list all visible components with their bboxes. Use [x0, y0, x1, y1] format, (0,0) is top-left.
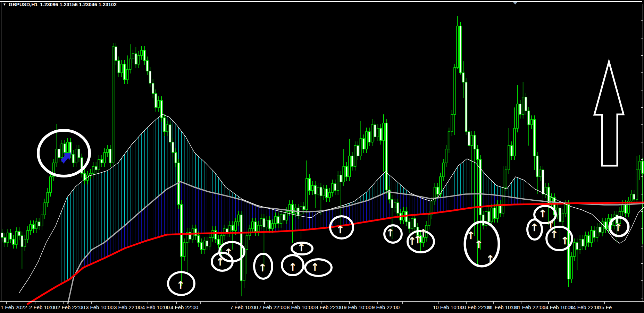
time-axis-label: 7 Feb 22:00: [259, 304, 286, 310]
scroll-to-end-marker[interactable]: [512, 1, 518, 5]
big-up-arrow-object[interactable]: [594, 62, 624, 166]
up-arrow-marker[interactable]: ↑: [613, 221, 622, 234]
up-arrow-marker[interactable]: ↑: [538, 208, 547, 220]
time-axis: 1 Feb 20222 Feb 10:002 Feb 22:003 Feb 10…: [0, 304, 644, 313]
candles-layer: [1, 16, 644, 296]
up-arrow-marker[interactable]: ↑: [560, 235, 569, 247]
time-axis-label: 8 Feb 22:00: [315, 304, 343, 310]
up-arrow-marker[interactable]: ↑: [550, 228, 558, 241]
time-axis-label: 10 Feb 22:00: [460, 304, 491, 310]
symbol-dropdown-icon[interactable]: ▼: [3, 2, 6, 7]
price-chart-canvas[interactable]: ↑↑↑↑↑↑↑↑↑↑↑↑↑↑↑↑↑↑↑↑↑: [0, 0, 644, 313]
up-arrow-marker[interactable]: ↑: [224, 246, 233, 259]
time-axis-label: 15 Fe: [599, 304, 612, 310]
time-axis-label: 2 Feb 22:00: [57, 304, 85, 310]
time-axis-label: 14 Feb 10:00: [543, 304, 573, 310]
time-axis-label: 14 Feb 22:00: [570, 304, 601, 310]
time-axis-label: 3 Feb 22:00: [114, 304, 142, 310]
up-arrow-marker[interactable]: ↑: [297, 242, 306, 254]
up-arrow-marker[interactable]: ↑: [474, 238, 483, 251]
time-axis-label: 11 Feb 10:00: [488, 304, 518, 310]
up-arrow-marker[interactable]: ↑: [386, 227, 394, 239]
time-axis-label: 3 Feb 10:00: [86, 304, 114, 310]
up-arrow-marker[interactable]: ↑: [419, 227, 427, 239]
time-axis-label: 2 Feb 10:00: [29, 304, 57, 310]
signal-circle[interactable]: [38, 130, 90, 176]
symbol-title: GBPUSD,H1: [9, 2, 37, 7]
time-axis-label: 8 Feb 10:00: [287, 304, 315, 310]
up-arrow-marker[interactable]: ↑: [258, 262, 267, 274]
quote-values: 1.23096 1.23156 1.23046 1.23102: [40, 2, 117, 7]
up-arrow-marker[interactable]: ↑: [466, 229, 475, 242]
time-axis-label: 10 Feb 10:00: [433, 304, 463, 310]
time-axis-label: 9 Feb 22:00: [372, 304, 400, 310]
indicator-cloud-layer: [62, 115, 523, 284]
chart-title-bar: ▼ GBPUSD,H1 1.23096 1.23156 1.23046 1.23…: [3, 2, 117, 7]
time-axis-label: 1 Feb 2022: [1, 304, 27, 310]
annotations-layer: ↑↑↑↑↑↑↑↑↑↑↑↑↑↑↑↑↑↑↑↑↑: [38, 1, 628, 295]
time-axis-label: 7 Feb 10:00: [230, 304, 258, 310]
time-axis-label: 9 Feb 10:00: [344, 304, 371, 310]
time-axis-label: 4 Feb 22:00: [170, 304, 198, 310]
up-arrow-marker[interactable]: ↑: [530, 221, 538, 234]
up-arrow-marker[interactable]: ↑: [216, 256, 224, 268]
up-arrow-marker[interactable]: ↑: [288, 261, 297, 273]
up-arrow-marker[interactable]: ↑: [486, 253, 494, 265]
up-arrow-marker[interactable]: ↑: [310, 261, 319, 273]
time-axis-label: 4 Feb 10:00: [142, 304, 170, 310]
up-arrow-marker[interactable]: ↑: [336, 224, 344, 236]
mt4-chart-window: ▼ GBPUSD,H1 1.23096 1.23156 1.23046 1.23…: [0, 0, 644, 313]
time-axis-label: 11 Feb 22:00: [515, 304, 545, 310]
up-arrow-marker[interactable]: ↑: [176, 279, 185, 291]
